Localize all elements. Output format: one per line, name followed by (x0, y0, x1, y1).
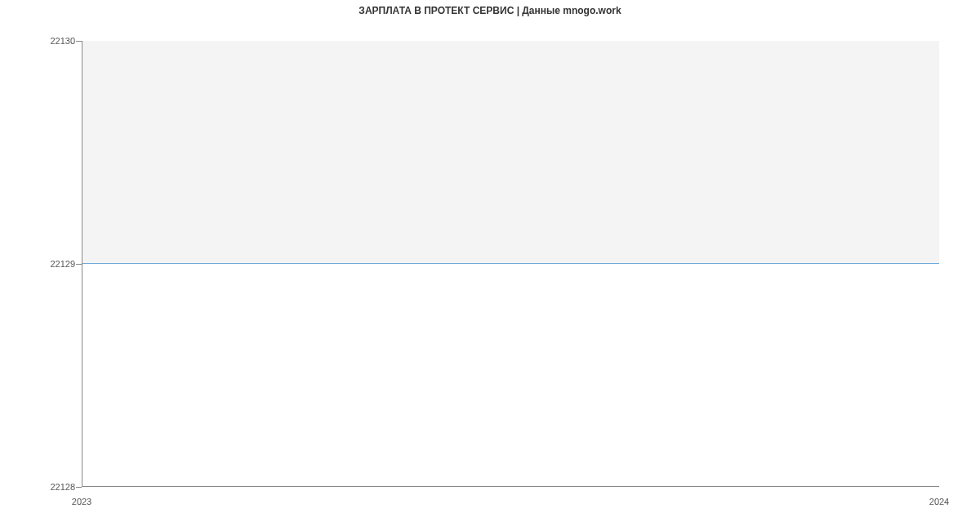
x-tick-label: 2023 (72, 497, 91, 506)
chart-title: ЗАРПЛАТА В ПРОТЕКТ СЕРВИС | Данные mnogo… (0, 5, 980, 16)
y-tick-label: 22129 (50, 259, 75, 269)
y-tick (76, 264, 82, 265)
area-fill (82, 41, 939, 264)
plot-area (82, 41, 939, 487)
y-tick (76, 487, 82, 488)
y-tick-label: 22128 (50, 482, 75, 492)
salary-line-chart: ЗАРПЛАТА В ПРОТЕКТ СЕРВИС | Данные mnogo… (0, 0, 980, 531)
data-line (82, 263, 939, 264)
x-tick-label: 2024 (929, 497, 949, 506)
y-tick (76, 41, 82, 42)
y-tick-label: 22130 (50, 36, 75, 46)
